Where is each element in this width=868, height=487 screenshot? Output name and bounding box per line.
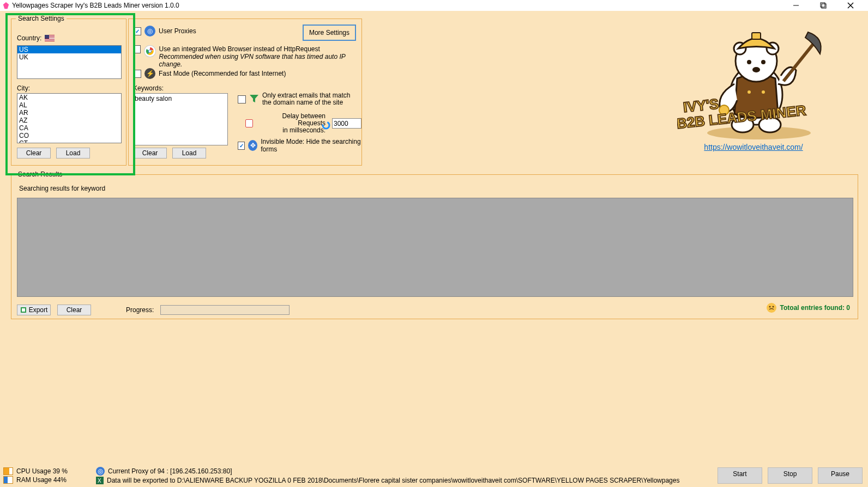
keywords-input[interactable] [133,93,228,145]
svg-rect-27 [22,308,25,312]
delay-checkbox[interactable] [245,119,253,127]
results-grid[interactable] [17,198,853,297]
city-label: City: [17,84,30,92]
more-settings-button[interactable]: More Settings [303,25,356,41]
entries-icon [766,302,777,313]
svg-text:X: X [98,478,101,484]
svg-line-15 [783,40,816,81]
keywords-label: Keywords: [133,84,164,92]
search-settings-legend: Search Settings [16,15,67,22]
svg-point-22 [752,67,760,72]
integrated-browser-checkbox[interactable] [133,45,141,53]
title-bar: Yellowpages Scraper Ivy's B2B Leads Mine… [0,0,868,11]
invisible-mode-checkbox[interactable]: ✓ [238,142,245,150]
country-label: Country: [17,34,41,42]
funnel-icon [249,94,259,105]
country-item[interactable]: UK [17,53,121,61]
invisible-icon: ✥ [248,140,257,151]
ram-icon [3,476,13,484]
integrated-browser-hint: Recommended when using VPN software that… [159,53,346,68]
svg-point-29 [769,306,770,308]
fast-mode-icon: ⚡ [144,68,155,79]
city-clear-button[interactable]: Clear [17,148,51,159]
svg-point-8 [323,122,329,129]
product-logo-image: IVY'S B2B LEADS MINER [677,19,830,141]
proxy-status-icon: ◎ [96,467,105,476]
svg-rect-1 [821,3,825,7]
window-title: Yellowpages Scraper Ivy's B2B Leads Mine… [12,2,179,9]
svg-rect-19 [752,33,761,39]
keywords-clear-button[interactable]: Clear [133,148,167,159]
country-item-selected[interactable]: US [17,46,121,53]
svg-point-28 [767,303,776,313]
delay-input[interactable] [332,118,361,129]
branding-link[interactable]: https://wowitloveithaveit.com/ [704,143,803,151]
export-icon [20,307,27,313]
svg-point-9 [707,126,811,139]
keywords-load-button[interactable]: Load [172,148,206,159]
country-listbox[interactable]: US UK [17,45,122,79]
svg-point-14 [762,90,765,94]
city-load-button[interactable]: Load [56,148,90,159]
only-match-domain-checkbox[interactable] [238,95,246,104]
user-proxies-checkbox[interactable]: ✓ [133,27,141,35]
fast-mode-label: Fast Mode (Recommended for fast Internet… [159,70,286,77]
delay-line2: in millseconds: [282,126,326,134]
only-match-line2: the domain name of the site [262,99,343,106]
svg-point-13 [748,90,751,94]
minimize-button[interactable] [785,0,807,11]
search-results-group: Search Results Searching results for key… [11,174,858,319]
search-settings-group: Search Settings Country: US UK City: AK … [11,19,126,166]
city-item[interactable]: AL [17,101,121,109]
cpu-usage-label: CPU Usage 39 % [16,467,68,475]
pause-button[interactable]: Pause [818,467,863,484]
country-flag-icon [45,35,55,41]
results-clear-button[interactable]: Clear [57,305,91,315]
proxy-status-label: Current Proxy of 94 : [196.245.160.253:8… [108,467,232,475]
user-proxies-label: User Proxies [159,27,196,35]
only-match-line1: Only extract emails that match [262,92,350,99]
fast-mode-checkbox[interactable] [133,70,141,78]
svg-rect-2 [822,4,826,8]
city-item[interactable]: CT [17,139,121,143]
status-bar: CPU Usage 39 % RAM Usage 44% ◎ Current P… [0,464,868,487]
chrome-icon [144,45,155,57]
svg-point-7 [149,50,151,52]
window-buttons [779,0,868,11]
app-icon [2,2,10,9]
start-button[interactable]: Start [718,467,762,484]
progress-label: Progress: [126,306,154,314]
svg-point-30 [772,306,774,308]
run-buttons: Start Stop Pause [718,467,863,484]
options-panel: ✓ ◎ User Proxies More Settings Use an in… [128,19,362,166]
export-button[interactable]: Export [17,305,51,315]
stop-button[interactable]: Stop [768,467,812,484]
searching-label: Searching results for keyword [19,185,105,192]
search-results-legend: Search Results [16,171,64,178]
integrated-browser-label: Use an integrated Web Browser instead of… [159,45,320,53]
city-item[interactable]: AR [17,109,121,117]
invisible-mode-label: Invisible Mode: Hide the searching forms [261,138,361,153]
close-button[interactable] [840,0,861,11]
city-item[interactable]: AZ [17,117,121,124]
export-path-label: Data will be exported to D:\ALIENWARE BA… [107,477,679,484]
city-listbox[interactable]: AK AL AR AZ CA CO CT [17,93,122,143]
city-item[interactable]: CA [17,124,121,132]
svg-point-21 [761,60,765,64]
progress-bar [160,305,290,315]
svg-point-20 [747,60,751,64]
delay-line1: Delay between Requests [282,112,326,127]
proxy-icon: ◎ [144,26,155,36]
city-item[interactable]: AK [17,94,121,101]
branding-area: IVY'S B2B LEADS MINER https://wowitlovei… [672,19,835,160]
city-item[interactable]: CO [17,132,121,139]
entries-count-label: Totoal entries found: 0 [780,304,850,312]
maximize-button[interactable] [812,0,834,11]
excel-icon: X [96,477,104,484]
ram-usage-label: RAM Usage 44% [16,476,67,484]
spinner-icon [321,120,331,130]
cpu-icon [3,467,13,475]
